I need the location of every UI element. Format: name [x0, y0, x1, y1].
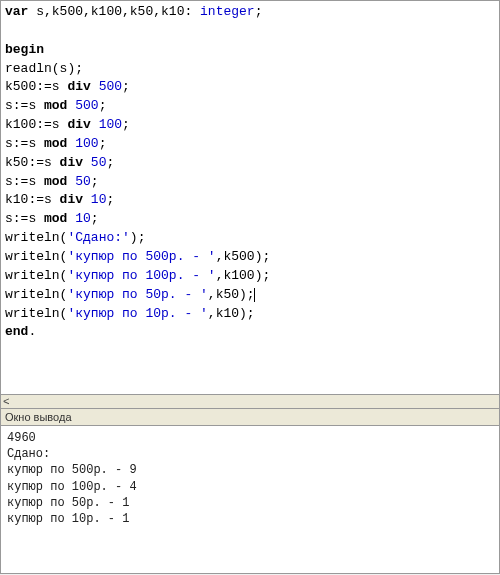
code-line[interactable]: s:=s mod 500;: [5, 97, 495, 116]
output-line: купюр по 50р. - 1: [7, 495, 493, 511]
output-panel-title: Окно вывода: [0, 409, 500, 426]
keyword-var: var: [5, 4, 28, 19]
splitter-handle[interactable]: <: [0, 395, 500, 409]
code-line[interactable]: writeln('купюр по 10р. - ',k10);: [5, 305, 495, 324]
output-line: купюр по 100р. - 4: [7, 479, 493, 495]
code-line[interactable]: writeln('купюр по 100р. - ',k100);: [5, 267, 495, 286]
output-line: 4960: [7, 430, 493, 446]
code-line[interactable]: s:=s mod 100;: [5, 135, 495, 154]
output-panel[interactable]: 4960 Сдано: купюр по 500р. - 9 купюр по …: [0, 426, 500, 574]
code-line[interactable]: writeln('Сдано:');: [5, 229, 495, 248]
output-line: купюр по 10р. - 1: [7, 511, 493, 527]
code-line[interactable]: var s,k500,k100,k50,k10: integer;: [5, 3, 495, 22]
output-line: Сдано:: [7, 446, 493, 462]
output-line: купюр по 500р. - 9: [7, 462, 493, 478]
code-line[interactable]: writeln('купюр по 500р. - ',k500);: [5, 248, 495, 267]
keyword-begin: begin: [5, 42, 44, 57]
text-cursor: [254, 288, 255, 302]
code-line[interactable]: readln(s);: [5, 60, 495, 79]
code-line[interactable]: k10:=s div 10;: [5, 191, 495, 210]
code-line[interactable]: k50:=s div 50;: [5, 154, 495, 173]
code-line[interactable]: k100:=s div 100;: [5, 116, 495, 135]
code-line[interactable]: writeln('купюр по 50р. - ',k50);: [5, 286, 495, 305]
code-line[interactable]: [5, 22, 495, 41]
code-editor[interactable]: var s,k500,k100,k50,k10: integer; begin …: [0, 0, 500, 395]
code-line[interactable]: begin: [5, 41, 495, 60]
code-line[interactable]: k500:=s div 500;: [5, 78, 495, 97]
code-line[interactable]: s:=s mod 10;: [5, 210, 495, 229]
keyword-end: end: [5, 324, 28, 339]
code-line[interactable]: end.: [5, 323, 495, 342]
type-integer: integer: [200, 4, 255, 19]
splitter-collapse-icon[interactable]: <: [3, 396, 10, 408]
code-line[interactable]: s:=s mod 50;: [5, 173, 495, 192]
